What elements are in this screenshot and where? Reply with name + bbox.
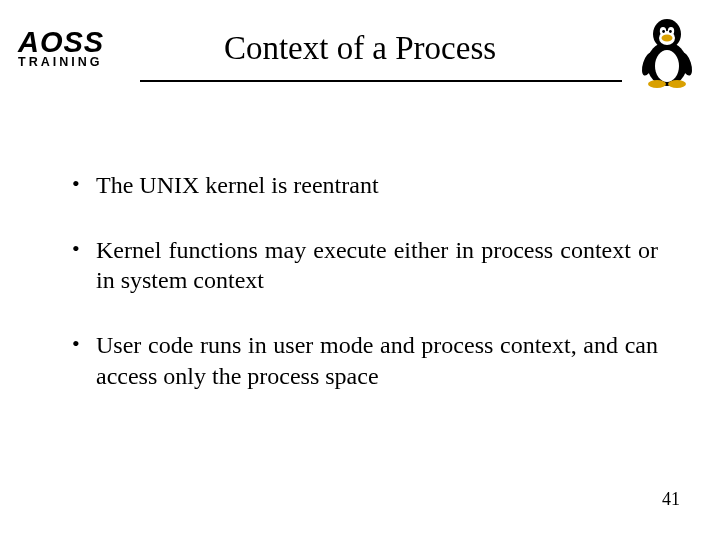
svg-point-2 xyxy=(655,50,679,82)
svg-point-10 xyxy=(668,80,686,88)
svg-point-6 xyxy=(662,30,665,33)
svg-point-7 xyxy=(669,30,672,33)
slide-body: The UNIX kernel is reentrant Kernel func… xyxy=(70,170,658,426)
list-item: The UNIX kernel is reentrant xyxy=(70,170,658,201)
slide-header: AOSS TRAINING Context of a Process xyxy=(0,18,720,88)
bullet-list: The UNIX kernel is reentrant Kernel func… xyxy=(70,170,658,392)
svg-point-8 xyxy=(662,35,673,42)
tux-penguin-icon xyxy=(636,16,698,88)
page-number: 41 xyxy=(662,489,680,510)
slide-title: Context of a Process xyxy=(0,30,720,67)
list-item: User code runs in user mode and process … xyxy=(70,330,658,391)
header-rule xyxy=(140,80,622,82)
list-item: Kernel functions may execute either in p… xyxy=(70,235,658,296)
svg-point-9 xyxy=(648,80,666,88)
